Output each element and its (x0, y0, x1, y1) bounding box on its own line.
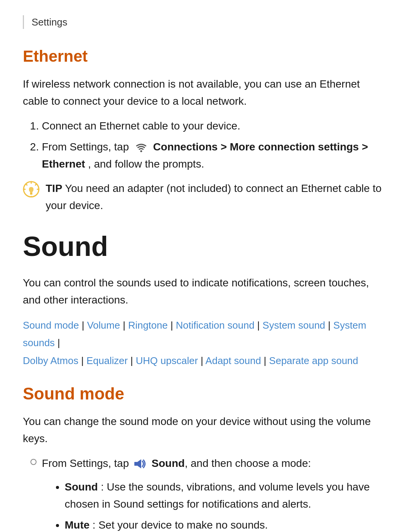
bullet-sound-text: : Use the sounds, vibrations, and volume… (65, 481, 370, 510)
step-2-after: , and follow the prompts. (88, 158, 204, 170)
svg-marker-11 (137, 459, 141, 468)
sound-section: Sound You can control the sounds used to… (23, 226, 388, 532)
sound-mode-title: Sound mode (23, 381, 388, 406)
wifi-icon (134, 142, 148, 153)
ethernet-steps: Connect an Ethernet cable to your device… (23, 118, 388, 173)
header-label: Settings (32, 16, 67, 28)
link-separate-app-sound[interactable]: Separate app sound (269, 355, 358, 366)
link-notification-sound[interactable]: Notification sound (176, 320, 255, 331)
tip-icon-ethernet (23, 181, 40, 198)
sound-mode-bullets: Sound : Use the sounds, vibrations, and … (46, 479, 388, 532)
sound-description: You can control the sounds used to indic… (23, 275, 388, 309)
ethernet-step-2: From Settings, tap Connections > More co… (42, 139, 388, 173)
sound-links: Sound mode | Volume | Ringtone | Notific… (23, 316, 388, 370)
ethernet-title: Ethernet (23, 44, 388, 68)
sound-mode-description: You can change the sound mode on your de… (23, 413, 388, 447)
circle-bullet-icon (30, 459, 37, 465)
bullet-sound: Sound : Use the sounds, vibrations, and … (65, 479, 388, 513)
link-adapt-sound[interactable]: Adapt sound (206, 355, 261, 366)
link-uhq-upscaler[interactable]: UHQ upscaler (136, 355, 198, 366)
link-sound-mode[interactable]: Sound mode (23, 320, 79, 331)
link-dolby-atmos[interactable]: Dolby Atmos (23, 355, 78, 366)
ethernet-tip: TIP You need an adapter (not included) t… (23, 180, 388, 214)
sound-icon (134, 458, 147, 470)
bullet-mute: Mute : Set your device to make no sounds… (65, 517, 388, 532)
bullet-mute-bold: Mute (65, 519, 89, 531)
step-1-text: Connect an Ethernet cable to your device… (42, 120, 240, 132)
svg-line-7 (35, 184, 37, 185)
step-2-before: From Settings, tap (42, 141, 132, 153)
settings-label: Settings (23, 15, 388, 29)
ethernet-section: Ethernet If wireless network connection … (23, 44, 388, 214)
link-system-sound[interactable]: System sound (263, 320, 325, 331)
ethernet-description: If wireless network connection is not av… (23, 76, 388, 110)
svg-line-6 (26, 184, 27, 185)
ethernet-step-1: Connect an Ethernet cable to your device… (42, 118, 388, 135)
svg-point-0 (140, 150, 142, 152)
from-settings-item: From Settings, tap Sound, and then choos… (30, 455, 388, 472)
link-equalizer[interactable]: Equalizer (86, 355, 127, 366)
sound-mode-subsection: Sound mode You can change the sound mode… (23, 381, 388, 532)
link-volume[interactable]: Volume (87, 320, 120, 331)
page: Settings Ethernet If wireless network co… (0, 0, 411, 532)
svg-rect-10 (134, 462, 137, 466)
bullet-mute-text: : Set your device to make no sounds. (92, 519, 268, 531)
bullet-sound-bold: Sound (65, 481, 98, 493)
link-ringtone[interactable]: Ringtone (128, 320, 168, 331)
sound-title: Sound (23, 226, 388, 267)
ethernet-tip-text: TIP You need an adapter (not included) t… (46, 180, 388, 214)
sound-bold-label: Sound (151, 457, 185, 469)
from-settings-text: From Settings, tap Sound, and then choos… (42, 455, 311, 472)
